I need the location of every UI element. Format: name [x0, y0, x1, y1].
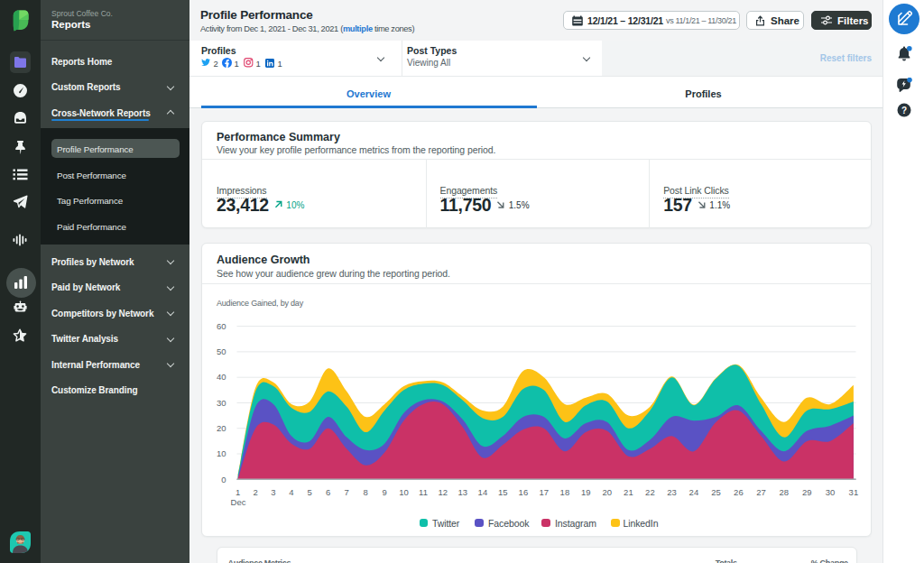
- svg-text:?: ?: [901, 106, 906, 115]
